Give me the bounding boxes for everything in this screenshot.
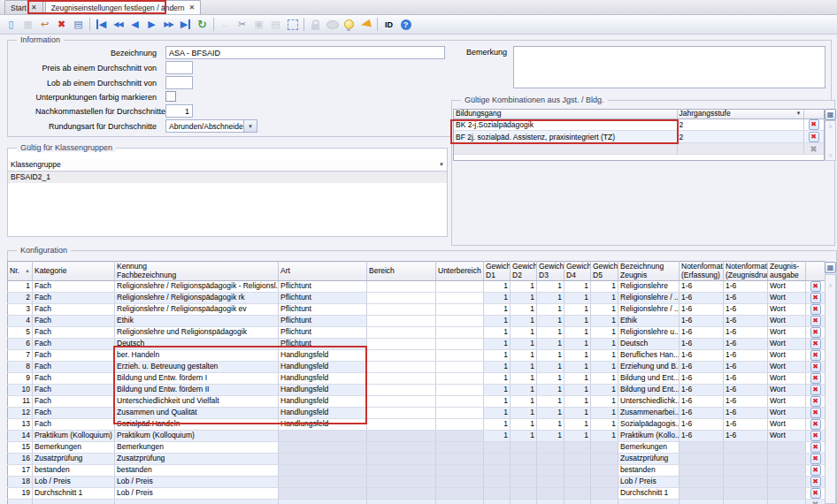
gewicht-cell[interactable] — [591, 465, 618, 477]
column-header[interactable]: Kategorie — [33, 262, 115, 281]
bereich-cell[interactable] — [367, 316, 436, 327]
chevron-down-icon[interactable]: ▼ — [243, 120, 257, 132]
gewicht-cell[interactable]: 1 — [537, 293, 564, 304]
nr-cell[interactable]: 5 — [8, 327, 33, 339]
kennung-cell[interactable]: Lob / Preis — [115, 488, 279, 500]
delete-row-icon[interactable]: ✖ — [810, 281, 821, 292]
notenformat-zeugnisdruck-cell[interactable]: 1-6 — [724, 281, 768, 293]
gewicht-cell[interactable] — [484, 442, 511, 454]
gewicht-cell[interactable]: 1 — [511, 339, 537, 350]
delete-row-icon[interactable]: ✖ — [809, 132, 819, 142]
gewicht-cell[interactable]: 1 — [591, 419, 618, 431]
chevron-down-icon[interactable]: ▼ — [796, 110, 802, 118]
horn-icon[interactable] — [357, 17, 374, 33]
bereich-cell[interactable] — [367, 454, 436, 465]
scroll-up-icon[interactable]: ∧ — [828, 123, 833, 129]
gewicht-cell[interactable]: 1 — [564, 304, 591, 316]
gewicht-cell[interactable]: 1 — [484, 293, 511, 304]
konfiguration-row[interactable]: 2FachReligionslehre / Religionspädagogik… — [8, 293, 825, 304]
nr-cell[interactable]: 1 — [8, 281, 33, 293]
unterbereich-cell[interactable] — [436, 339, 484, 350]
notenformat-zeugnisdruck-cell[interactable] — [724, 488, 768, 500]
notenformat-erfassung-cell[interactable]: 1-6 — [680, 304, 724, 316]
gewicht-cell[interactable]: 1 — [591, 408, 618, 419]
gewicht-cell[interactable]: 1 — [484, 316, 511, 327]
gewicht-cell[interactable]: 1 — [591, 304, 618, 316]
gewicht-cell[interactable]: 1 — [511, 281, 537, 293]
delete-row-icon[interactable]: ✖ — [809, 119, 819, 130]
zeugnisausgabe-cell[interactable]: Wort — [768, 396, 806, 408]
kennung-cell[interactable]: Religionslehre und Religionspädagogik — [115, 327, 279, 339]
gewicht-cell[interactable] — [591, 454, 618, 465]
kategorie-cell[interactable]: Fach — [33, 281, 115, 293]
gewicht-cell[interactable]: 1 — [484, 408, 511, 419]
zeugnisausgabe-cell[interactable]: Wort — [768, 350, 806, 362]
notenformat-zeugnisdruck-cell[interactable]: 1-6 — [724, 408, 768, 419]
kennung-cell[interactable]: Bildung und Entw. fördern I — [115, 373, 279, 385]
column-header[interactable]: Bereich — [367, 262, 436, 281]
gewicht-cell[interactable]: 1 — [564, 408, 591, 419]
scroll-up-icon[interactable]: ∧ — [828, 282, 833, 288]
edit-window-icon[interactable]: ▤ — [70, 17, 87, 33]
art-cell[interactable]: Pflichtunt — [279, 316, 367, 327]
nav-first-icon[interactable]: ◀ — [93, 17, 110, 33]
bezeichnung-zeugnis-cell[interactable]: Ethik — [618, 316, 680, 327]
notenformat-zeugnisdruck-cell[interactable] — [724, 442, 768, 454]
lock-icon[interactable] — [307, 17, 324, 33]
bezeichnung-zeugnis-cell[interactable]: Berufliches Han... — [618, 350, 680, 362]
konfiguration-row[interactable]: 19Durchschnitt 1Lob / PreisDurchschnitt … — [8, 488, 825, 500]
notenformat-erfassung-cell[interactable]: 1-6 — [680, 327, 724, 339]
gewicht-cell[interactable]: 1 — [591, 327, 618, 339]
bezeichnung-zeugnis-cell[interactable]: Bildung und Ent... — [618, 373, 680, 385]
gewicht-cell[interactable]: 1 — [484, 339, 511, 350]
column-header[interactable]: BezeichnungZeugnis — [618, 262, 680, 281]
kennung-cell[interactable]: Religionslehre / Religionspädagogik - Re… — [115, 281, 279, 293]
art-cell[interactable] — [279, 442, 367, 454]
nr-cell[interactable]: 7 — [8, 350, 33, 362]
bereich-cell[interactable] — [367, 431, 436, 442]
column-header[interactable]: Bildungsgang — [454, 110, 677, 118]
notenformat-erfassung-cell[interactable] — [680, 488, 724, 500]
unterbereich-cell[interactable] — [436, 373, 484, 385]
gewicht-cell[interactable]: 1 — [564, 373, 591, 385]
konfiguration-row[interactable]: 15BemerkungenBemerkungenBemerkungen✖ — [8, 442, 825, 454]
zeugnisausgabe-cell[interactable]: Wort — [768, 327, 806, 339]
gewicht-cell[interactable] — [591, 477, 618, 488]
kategorie-cell[interactable]: Fach — [33, 316, 115, 327]
kategorie-cell[interactable]: Fach — [33, 327, 115, 339]
bereich-cell[interactable] — [367, 304, 436, 316]
notenformat-erfassung-cell[interactable] — [680, 442, 724, 454]
bereich-cell[interactable] — [367, 339, 436, 350]
zeugnisausgabe-cell[interactable] — [768, 465, 806, 477]
bereich-cell[interactable] — [367, 350, 436, 362]
notenformat-zeugnisdruck-cell[interactable]: 1-6 — [724, 316, 768, 327]
notenformat-erfassung-cell[interactable]: 1-6 — [680, 431, 724, 442]
bereich-cell[interactable] — [367, 281, 436, 293]
konfiguration-row[interactable]: 4FachEthikPflichtunt11111Ethik1-61-6Wort… — [8, 316, 825, 327]
notenformat-erfassung-cell[interactable]: 1-6 — [680, 350, 724, 362]
bezeichnung-zeugnis-cell[interactable]: bestanden — [618, 465, 680, 477]
gewicht-cell[interactable]: 1 — [484, 327, 511, 339]
bereich-cell[interactable] — [367, 293, 436, 304]
art-cell[interactable] — [279, 477, 367, 488]
notenformat-zeugnisdruck-cell[interactable]: 1-6 — [724, 431, 768, 442]
unterbereich-cell[interactable] — [436, 454, 484, 465]
kategorie-cell[interactable]: Fach — [33, 362, 115, 373]
gewicht-cell[interactable]: 1 — [484, 385, 511, 396]
id-button[interactable]: ID — [380, 17, 397, 33]
unterbereich-cell[interactable] — [436, 419, 484, 431]
art-cell[interactable]: Pflichtunt — [279, 304, 367, 316]
notenformat-erfassung-cell[interactable]: 1-6 — [680, 385, 724, 396]
gewicht-cell[interactable]: 1 — [511, 385, 537, 396]
art-cell[interactable]: Handlungsfeld — [279, 350, 367, 362]
notenformat-erfassung-cell[interactable] — [680, 477, 724, 488]
gewicht-cell[interactable]: 1 — [591, 362, 618, 373]
bezeichnung-zeugnis-cell[interactable]: Zusammenarbei... — [618, 408, 680, 419]
art-cell[interactable]: Pflichtunt — [279, 327, 367, 339]
gewicht-cell[interactable] — [511, 442, 537, 454]
konfiguration-row[interactable]: 3FachReligionslehre / Religionspädagogik… — [8, 304, 825, 316]
kategorie-cell[interactable]: Fach — [33, 293, 115, 304]
bereich-cell[interactable] — [367, 408, 436, 419]
art-cell[interactable] — [279, 431, 367, 442]
gewicht-cell[interactable]: 1 — [564, 396, 591, 408]
